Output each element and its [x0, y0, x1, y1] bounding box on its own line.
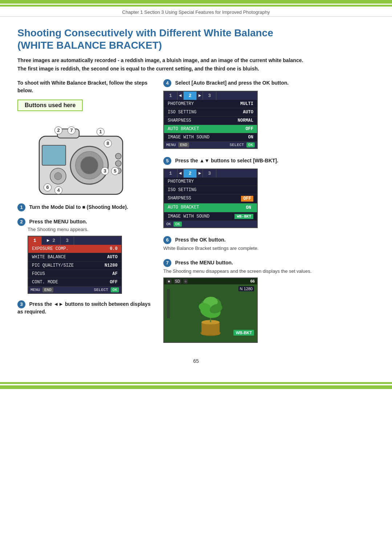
menu-val-focus: AF [113, 271, 118, 276]
step-4-num: 4 [163, 79, 171, 87]
menu-row-pq: PIC QUALITY/SIZE N1280 [28, 262, 121, 270]
menu-ok-left-btn[interactable]: OK [173, 222, 182, 227]
intro-text: Three images are automatically recorded … [17, 56, 375, 73]
menu-val-sharp: NORMAL [238, 118, 253, 123]
menu-tab2-arrow: ◄ [177, 92, 184, 100]
buttons-used-label: Buttons used here [25, 102, 75, 108]
menu-val-photometry: MULTI [240, 101, 253, 106]
step-4-block: 4 Select [Auto Bracket] and press the OK… [163, 79, 375, 149]
step-7-block: 7 Press the MENU button. The Shooting me… [163, 259, 375, 343]
menu-row-auto-bracket: AUTO BRACKET OFF [164, 125, 257, 133]
bottom-green-bar-thick [0, 385, 392, 389]
menu-row-photometry-3: PHOTOMETRY [164, 178, 257, 186]
menu-row-auto-bracket-3: AUTO BRACKET ON [164, 203, 257, 212]
title-line1: Shooting Consecutively with Different Wh… [17, 27, 375, 39]
menu-label-image-sound: IMAGE WITH SOUND [168, 135, 209, 140]
menu-tab3-3[interactable]: 3 [203, 169, 216, 178]
menu-label-iso: ISO SETTING [168, 110, 196, 115]
menu-label-cont: CONT. MODE [32, 280, 58, 285]
menu-select-label-2: SELECT OK [230, 143, 255, 147]
step-5-text: Press the ▲▼ buttons to select [WB-BKT]. [175, 158, 278, 163]
svg-point-7 [115, 161, 121, 166]
step-7-text: Press the MENU button. [175, 260, 233, 266]
page-num-text: 65 [193, 358, 199, 364]
photo-icons: ★ SD ○ [166, 279, 188, 284]
menu-bottom-2: MENU END SELECT OK [164, 142, 257, 148]
step-2-sub: The Shooting menu appears. [28, 227, 152, 232]
menu-tab2-2[interactable]: 2 [184, 92, 197, 100]
svg-rect-2 [42, 145, 66, 165]
step-1-block: 1 Turn the Mode Dial to ■ (Shooting Mode… [17, 203, 152, 211]
menu-label-image-sound-3: IMAGE WITH SOUND [168, 214, 209, 219]
svg-point-10 [54, 173, 62, 180]
menu-ok-btn[interactable]: OK [111, 287, 119, 292]
menu-row-image-sound-3: IMAGE WITH SOUND WB-BKT [164, 212, 257, 221]
buttons-used-here-box: Buttons used here [17, 100, 83, 111]
step-3-num: 3 [17, 300, 25, 308]
steps-intro: To shoot with White Balance Bracket, fol… [17, 79, 152, 94]
main-content: To shoot with White Balance Bracket, fol… [17, 79, 375, 351]
menu-val-auto-bracket-3: ON [244, 205, 253, 211]
button-label-3: 3 [101, 167, 109, 175]
menu-row-photometry: PHOTOMETRY MULTI [164, 100, 257, 108]
menu-val-iso: AUTO [243, 110, 253, 115]
left-column: To shoot with White Balance Bracket, fol… [17, 79, 152, 351]
menu-label-exposure: EXPOSURE COMP. [32, 246, 69, 251]
step-4-text: Select [Auto Bracket] and press the OK b… [175, 80, 289, 86]
menu-tabs-2: 1 ◄ 2 ► 3 [164, 92, 257, 100]
menu-tabs-1: 1 ► 2 3 [28, 236, 121, 245]
menu-row-cont: CONT. MODE OFF [28, 278, 121, 287]
menu-tab3-arrow: ◄ [177, 169, 184, 178]
menu-label-auto-bracket: AUTO BRACKET [168, 126, 199, 131]
menu-label-photometry-3: PHOTOMETRY [168, 179, 194, 184]
menu-row-exposure: EXPOSURE COMP. 0.0 [28, 245, 121, 253]
menu-end-btn-2[interactable]: END [178, 142, 189, 147]
step-1-text: Turn the Mode Dial to ■ (Shooting Mode). [29, 204, 128, 210]
step-6-text: Press the OK button. [175, 237, 225, 243]
step-7-sub: The Shooting menu disappears and the scr… [163, 268, 375, 274]
plant-illustration [192, 291, 229, 339]
menu-tab2-1[interactable]: 1 [164, 92, 177, 100]
step-5-block: 5 Press the ▲▼ buttons to select [WB-BKT… [163, 157, 375, 228]
photo-preview: ★ SD ○ 66 [163, 278, 258, 343]
menu-screen-1: 1 ► 2 3 EXPOSURE COMP. 0.0 WHITE BALANCE… [28, 236, 122, 294]
menu-ok-btn-2[interactable]: OK [246, 142, 255, 147]
photo-frame-count: 66 [250, 279, 255, 283]
menu-end-btn[interactable]: END [42, 287, 53, 292]
intro-line2: The first image is reddish, the second o… [17, 65, 375, 73]
menu-row-focus: FOCUS AF [28, 270, 121, 278]
wbbkt-badge: WB-BKT [233, 330, 254, 336]
menu-val-sharp-3: OFF [241, 196, 253, 202]
menu-row-iso: ISO SETTING AUTO [164, 108, 257, 117]
menu-tab-3[interactable]: 3 [61, 236, 74, 245]
menu-label-iso-3: ISO SETTING [168, 187, 196, 193]
step-2-block: 2 Press the MENU button. The Shooting me… [17, 218, 152, 294]
menu-row-sharp: SHARPNESS NORMAL [164, 117, 257, 125]
menu-ok-left: OK OK [166, 222, 182, 226]
step-6-num: 6 [163, 236, 171, 244]
menu-screen-2: 1 ◄ 2 ► 3 PHOTOMETRY MULTI ISO SETTING A… [163, 91, 258, 149]
menu-label-focus: FOCUS [32, 271, 45, 276]
step-2-num: 2 [17, 218, 25, 226]
star-icon: ★ [166, 279, 172, 284]
menu-tab-1[interactable]: 1 [28, 236, 42, 245]
svg-point-5 [81, 157, 98, 174]
menu-tab3-1[interactable]: 1 [164, 169, 177, 178]
menu-val-auto-bracket: OFF [245, 126, 253, 131]
n1280-badge: N 1280 [238, 286, 254, 291]
menu-val-image-sound-3: WB-BKT [234, 214, 253, 219]
button-label-8: 8 [104, 139, 112, 147]
menu-tab-2[interactable]: ► 2 [42, 236, 61, 245]
menu-val-pq: N1280 [105, 263, 118, 268]
menu-label-pq: PIC QUALITY/SIZE [32, 263, 74, 268]
menu-row-wb: WHITE BALANCE AUTO [28, 253, 121, 262]
button-label-1: 1 [97, 128, 105, 136]
menu-label-sharp-3: SHARPNESS [168, 196, 191, 202]
menu-bottom-3: OK OK [164, 221, 257, 227]
button-label-6: 6 [44, 183, 52, 191]
menu-tab3-arrow2: ► [197, 169, 203, 178]
menu-tab3-2[interactable]: 2 [184, 169, 197, 178]
menu-tab2-3[interactable]: 3 [203, 92, 216, 100]
menu-row-sharp-3: SHARPNESS OFF [164, 194, 257, 203]
step-2-text: Press the MENU button. [29, 219, 87, 224]
